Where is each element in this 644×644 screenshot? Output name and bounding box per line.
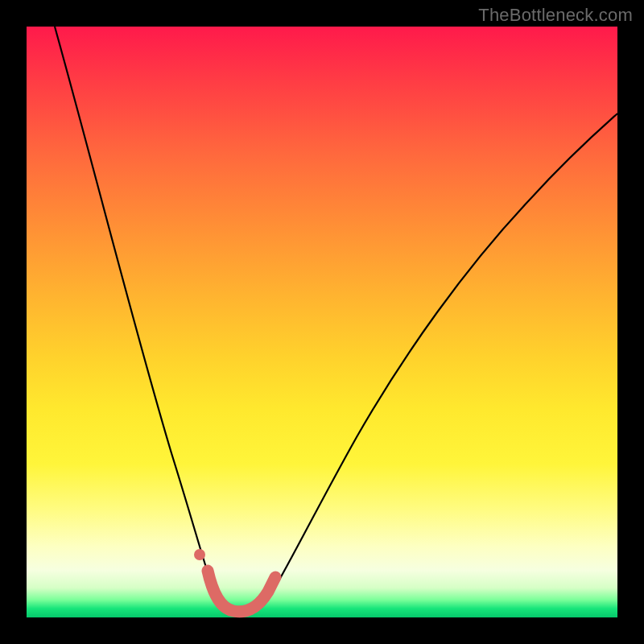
bottleneck-svg bbox=[27, 27, 617, 617]
chart-frame: TheBottleneck.com bbox=[0, 0, 644, 644]
highlight-marker-dot bbox=[194, 549, 205, 560]
bottleneck-curve bbox=[55, 27, 617, 614]
optimal-range-highlight bbox=[208, 571, 275, 612]
watermark-label: TheBottleneck.com bbox=[478, 5, 633, 26]
